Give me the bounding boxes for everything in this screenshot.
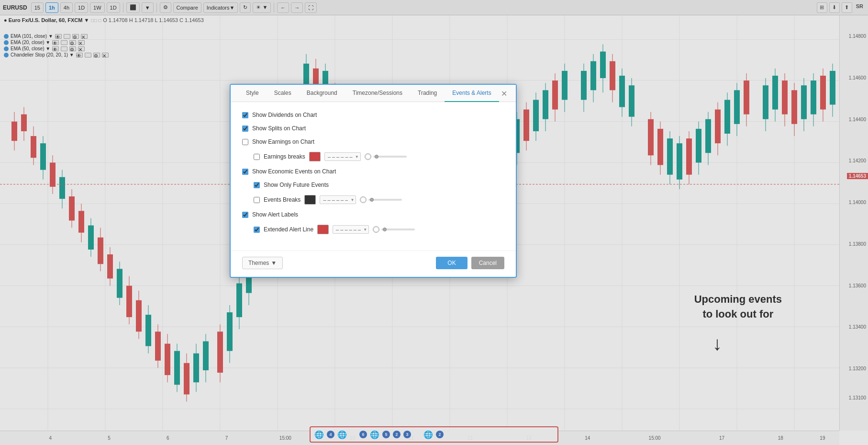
events-breaks-text: Events Breaks <box>264 196 300 203</box>
row-splits: Show Splits on Chart <box>242 125 504 132</box>
row-dividends: Show Dividends on Chart <box>242 112 504 118</box>
economic-text: Show Economic Events on Chart <box>252 168 336 175</box>
dividends-text: Show Dividends on Chart <box>252 112 317 118</box>
events-slider-track[interactable] <box>368 199 402 201</box>
splits-text: Show Splits on Chart <box>252 125 306 132</box>
row-economic: Show Economic Events on Chart <box>242 168 504 175</box>
row-future-events: Show Only Future Events <box>254 182 504 188</box>
row-earnings: Show Earnings on Chart <box>242 138 504 145</box>
dividends-label[interactable]: Show Dividends on Chart <box>242 112 317 118</box>
earnings-checkbox[interactable] <box>242 139 248 145</box>
chart-settings-modal: Style Scales Background Timezone/Session… <box>230 84 517 278</box>
events-breaks-label[interactable]: Events Breaks <box>254 196 300 203</box>
earnings-opacity-icon <box>365 153 371 160</box>
earnings-label[interactable]: Show Earnings on Chart <box>242 138 314 145</box>
alerts-label[interactable]: Show Alert Labels <box>242 211 298 218</box>
themes-chevron-icon: ▼ <box>271 260 277 266</box>
tab-style[interactable]: Style <box>238 85 267 102</box>
extended-alert-checkbox[interactable] <box>254 227 260 233</box>
row-events-breaks: Events Breaks – – – – – – ———— · · · · ·… <box>254 195 504 205</box>
modal-content-area: Show Dividends on Chart Show Splits on C… <box>231 102 516 251</box>
earnings-line-style-select[interactable]: – – – – – – ———— · · · · · · <box>324 152 361 161</box>
chart-container: EURUSD 15 1h 4h 1D 1W 1D ⬛ ▼ ⚙ Compare I… <box>0 0 868 445</box>
future-events-checkbox[interactable] <box>254 182 260 188</box>
extended-opacity-slider <box>373 226 415 233</box>
modal-overlay[interactable]: Style Scales Background Timezone/Session… <box>0 0 868 445</box>
splits-checkbox[interactable] <box>242 126 248 132</box>
extended-slider-track[interactable] <box>381 228 415 230</box>
earnings-opacity-slider <box>365 153 407 160</box>
extended-alert-text: Extended Alert Line <box>264 226 313 233</box>
earnings-breaks-checkbox[interactable] <box>254 154 260 160</box>
themes-label: Themes <box>248 260 269 266</box>
row-extended-alert: Extended Alert Line – – – – – – ———— · ·… <box>254 225 504 234</box>
extended-opacity-icon <box>373 226 379 233</box>
earnings-text: Show Earnings on Chart <box>252 138 314 145</box>
modal-footer: Themes ▼ OK Cancel <box>231 251 516 277</box>
events-line-style-wrapper: – – – – – – ———— · · · · · · <box>320 195 356 204</box>
events-opacity-icon <box>360 196 367 203</box>
earnings-slider-thumb[interactable] <box>375 155 378 159</box>
tab-background[interactable]: Background <box>299 85 345 102</box>
events-opacity-slider <box>360 196 402 203</box>
cancel-button[interactable]: Cancel <box>471 257 504 269</box>
events-breaks-color-swatch[interactable] <box>304 195 316 205</box>
events-slider-thumb[interactable] <box>370 198 374 202</box>
earnings-line-style-wrapper: – – – – – – ———— · · · · · · <box>324 152 361 161</box>
modal-tabs: Style Scales Background Timezone/Session… <box>231 85 516 102</box>
extended-line-style-wrapper: – – – – – – ———— · · · · · · <box>333 225 369 234</box>
splits-label[interactable]: Show Splits on Chart <box>242 125 306 132</box>
extended-alert-color-swatch[interactable] <box>317 225 329 234</box>
events-breaks-checkbox[interactable] <box>254 197 260 203</box>
dividends-checkbox[interactable] <box>242 112 248 118</box>
earnings-breaks-color-swatch[interactable] <box>309 152 321 161</box>
earnings-breaks-label[interactable]: Earnings breaks <box>254 153 305 160</box>
row-alerts: Show Alert Labels <box>242 211 504 218</box>
future-events-text: Show Only Future Events <box>264 182 329 188</box>
extended-line-style-select[interactable]: – – – – – – ———— · · · · · · <box>333 225 369 234</box>
earnings-slider-track[interactable] <box>373 156 407 158</box>
economic-label[interactable]: Show Economic Events on Chart <box>242 168 336 175</box>
earnings-breaks-text: Earnings breaks <box>264 153 305 160</box>
alerts-text: Show Alert Labels <box>252 211 298 218</box>
themes-button[interactable]: Themes ▼ <box>242 257 283 269</box>
tab-trading[interactable]: Trading <box>410 85 445 102</box>
economic-checkbox[interactable] <box>242 169 248 175</box>
events-line-style-select[interactable]: – – – – – – ———— · · · · · · <box>320 195 356 204</box>
extended-slider-thumb[interactable] <box>383 228 387 231</box>
alerts-checkbox[interactable] <box>242 212 248 218</box>
row-earnings-breaks: Earnings breaks – – – – – – ———— · · · ·… <box>254 152 504 161</box>
future-events-label[interactable]: Show Only Future Events <box>254 182 329 188</box>
tab-scales[interactable]: Scales <box>267 85 299 102</box>
tab-timezone[interactable]: Timezone/Sessions <box>345 85 410 102</box>
tab-events-alerts[interactable]: Events & Alerts <box>445 85 499 102</box>
action-buttons: OK Cancel <box>436 257 504 269</box>
modal-close-btn[interactable]: ✕ <box>498 88 510 99</box>
ok-button[interactable]: OK <box>436 257 467 269</box>
extended-alert-label[interactable]: Extended Alert Line <box>254 226 313 233</box>
